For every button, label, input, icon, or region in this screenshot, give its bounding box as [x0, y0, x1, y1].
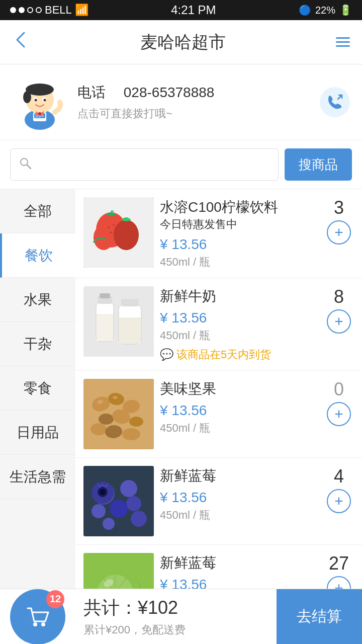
svg-point-20	[94, 225, 114, 250]
product-item: 新鲜蓝莓 ¥ 13.56 450ml / 瓶 4 +	[75, 458, 362, 545]
product-unit: 450ml / 瓶	[160, 508, 318, 523]
add-to-cart-button[interactable]: +	[327, 309, 351, 334]
product-image	[83, 466, 154, 536]
sidebar-item-daily[interactable]: 日用品	[0, 411, 75, 455]
svg-rect-31	[121, 299, 139, 306]
svg-point-24	[115, 229, 117, 231]
svg-point-44	[113, 396, 118, 399]
svg-point-54	[131, 511, 147, 527]
svg-point-10	[44, 99, 46, 102]
svg-rect-28	[100, 293, 110, 298]
search-input-wrap[interactable]	[10, 148, 279, 181]
product-price: ¥ 13.56	[160, 490, 318, 506]
sidebar-label-dining: 餐饮	[25, 246, 53, 265]
dot2	[19, 7, 25, 13]
product-item: 水溶C100柠檬饮料 今日特惠发售中 ¥ 13.56 450ml / 瓶 3 +	[75, 189, 362, 278]
svg-point-19	[114, 220, 139, 250]
search-icon	[19, 156, 32, 173]
sidebar-item-emergency[interactable]: 生活急需	[0, 455, 75, 499]
status-right: 🔵 22% 🔋	[299, 4, 352, 16]
svg-point-51	[126, 496, 141, 511]
checkout-button[interactable]: 去结算	[277, 589, 362, 645]
add-to-cart-button[interactable]: +	[327, 402, 351, 426]
product-promo: 今日特惠发售中	[160, 217, 318, 232]
cart-button[interactable]: 12	[10, 589, 65, 645]
category-sidebar: 全部 餐饮 水果 干杂 零食 日用品 生活急需	[0, 189, 75, 642]
dot3	[27, 7, 33, 13]
product-image	[83, 197, 154, 268]
product-name: 水溶C100柠檬饮料 今日特惠发售中	[160, 197, 318, 232]
svg-point-40	[90, 423, 107, 435]
sidebar-label-emergency: 生活急需	[10, 467, 66, 487]
sidebar-item-dining[interactable]: 餐饮	[0, 233, 75, 278]
cart-badge: 12	[46, 590, 64, 608]
product-item: 新鲜牛奶 ¥ 13.56 450ml / 瓶 💬 该商品在5天内到货 8 +	[75, 278, 362, 371]
back-button[interactable]	[12, 31, 30, 53]
product-qty: 8 +	[324, 286, 354, 334]
sidebar-item-fruit[interactable]: 水果	[0, 278, 75, 322]
status-bar: BELL 📶 4:21 PM 🔵 22% 🔋	[0, 0, 362, 20]
product-price: ¥ 13.56	[160, 310, 318, 326]
add-to-cart-button[interactable]: +	[327, 220, 351, 245]
avatar: 营业中	[12, 74, 67, 130]
product-name: 新鲜蓝莓	[160, 553, 318, 573]
svg-point-52	[110, 500, 128, 518]
product-unit: 450ml / 瓶	[160, 328, 318, 343]
svg-point-37	[99, 414, 114, 425]
product-image	[83, 379, 154, 449]
product-name: 新鲜蓝莓	[160, 466, 318, 486]
delivery-text: 该商品在5天内到货	[176, 347, 271, 362]
call-button[interactable]	[320, 87, 350, 117]
svg-point-6	[23, 91, 31, 103]
product-qty: 0 +	[324, 379, 354, 426]
battery-icon: 🔋	[339, 4, 352, 16]
battery-label: 22%	[315, 5, 335, 16]
svg-point-23	[110, 232, 112, 233]
sidebar-label-misc: 干杂	[24, 335, 52, 354]
cart-free-ship: 累计¥200，免配送费	[83, 622, 268, 637]
time-display: 4:21 PM	[171, 3, 216, 17]
product-qty: 3 +	[324, 197, 354, 245]
cart-totals: 共计：¥102 累计¥200，免配送费	[75, 596, 277, 637]
product-unit: 450ml / 瓶	[160, 255, 318, 270]
menu-line-2	[336, 41, 350, 43]
dot4	[36, 7, 42, 13]
page-title: 麦哈哈超市	[140, 31, 226, 54]
svg-point-49	[100, 489, 106, 495]
delivery-icon: 💬	[160, 348, 173, 361]
phone-digits: 028-65378888	[124, 85, 215, 100]
cart-bar: 12 共计：¥102 累计¥200，免配送费 去结算	[0, 589, 362, 644]
product-price: ¥ 13.56	[160, 403, 318, 419]
svg-point-42	[122, 428, 140, 440]
search-input[interactable]	[37, 157, 270, 173]
add-to-cart-button[interactable]: +	[327, 489, 351, 513]
sidebar-item-all[interactable]: 全部	[0, 189, 75, 233]
qty-number: 4	[334, 466, 344, 487]
svg-line-16	[27, 165, 31, 169]
signal-dots	[10, 7, 42, 13]
svg-rect-29	[97, 314, 113, 341]
product-qty: 4 +	[324, 466, 354, 513]
product-unit: 450ml / 瓶	[160, 421, 318, 436]
qty-number: 8	[334, 286, 344, 307]
product-item: 美味坚果 ¥ 13.56 450ml / 瓶 0 +	[75, 371, 362, 458]
svg-point-39	[129, 417, 143, 427]
product-info: 美味坚果 ¥ 13.56 450ml / 瓶	[160, 379, 318, 436]
sidebar-item-snack[interactable]: 零食	[0, 366, 75, 411]
product-info: 新鲜牛奶 ¥ 13.56 450ml / 瓶 💬 该商品在5天内到货	[160, 286, 318, 362]
product-list: 水溶C100柠檬饮料 今日特惠发售中 ¥ 13.56 450ml / 瓶 3 +	[75, 189, 362, 642]
menu-line-3	[336, 45, 350, 47]
search-button[interactable]: 搜商品	[285, 148, 352, 181]
product-name: 美味坚果	[160, 379, 318, 398]
phone-hint: 点击可直接拨打哦~	[77, 106, 310, 121]
svg-point-9	[35, 99, 37, 102]
sidebar-label-fruit: 水果	[24, 290, 52, 309]
product-image	[83, 286, 154, 357]
menu-line-1	[336, 37, 350, 39]
wifi-icon: 📶	[75, 4, 88, 17]
sidebar-item-misc[interactable]: 干杂	[0, 322, 75, 366]
delivery-notice: 💬 该商品在5天内到货	[160, 347, 318, 362]
sidebar-label-snack: 零食	[24, 379, 52, 398]
svg-point-55	[103, 518, 115, 530]
menu-button[interactable]	[336, 37, 350, 47]
